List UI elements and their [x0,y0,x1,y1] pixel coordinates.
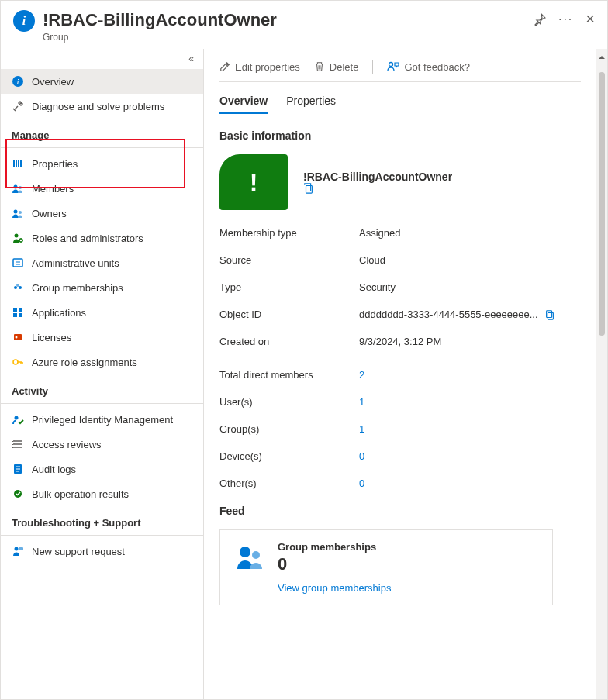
reviews-icon [12,438,24,450]
kv-key: Created on [219,336,359,347]
sidebar-item-members[interactable]: Members [1,176,203,201]
kv-key: Other(s) [219,478,359,489]
edit-properties-label: Edit properties [235,61,300,73]
sidebar-item-owners[interactable]: Owners [1,201,203,226]
people-icon [12,207,24,219]
svg-rect-13 [19,308,22,312]
sidebar-item-applications[interactable]: Applications [1,300,203,325]
svg-point-19 [15,416,19,420]
support-icon [12,545,24,557]
main: Edit properties Delete Got feedback? Ove… [204,49,607,700]
sidebar-item-label: Group memberships [32,282,123,294]
kv-value-link[interactable]: 1 [359,423,581,435]
bulk-icon [12,488,24,500]
group-tile-row: ! !RBAC-BillingAccountOwner [219,154,581,210]
scroll-thumb[interactable] [599,72,605,336]
header-actions: ··· × [534,10,595,28]
kv-type: TypeSecurity [219,281,581,293]
apps-icon [12,306,24,319]
sidebar-collapse[interactable]: « [1,52,203,69]
kv-value: 9/3/2024, 3:12 PM [359,336,581,347]
feedback-button[interactable]: Got feedback? [387,60,470,73]
info-icon: i [13,10,35,32]
sidebar-item-label: Members [32,183,74,195]
feed-card: Group memberships 0 View group membershi… [219,529,553,605]
kv-created-on: Created on9/3/2024, 3:12 PM [219,336,581,347]
basic-info-heading: Basic information [219,129,581,142]
sidebar-item-administrative-units[interactable]: Administrative units [1,250,203,275]
kv-value-link[interactable]: 0 [359,478,581,489]
toolbar: Edit properties Delete Got feedback? [219,55,581,82]
feed-card-title: Group memberships [278,541,391,553]
svg-rect-23 [19,547,23,550]
info-icon: i [12,75,24,88]
close-icon[interactable]: × [586,10,595,28]
kv-value-link[interactable]: 1 [359,396,581,408]
admin-icon [12,257,24,269]
page-subtitle: Group [43,32,534,43]
sidebar-item-new-support-request[interactable]: New support request [1,539,203,564]
sidebar-item-licenses[interactable]: Licenses [1,325,203,350]
kv-value-link[interactable]: 2 [359,369,581,381]
scrollbar[interactable] [596,49,607,700]
edit-properties-button[interactable]: Edit properties [219,61,300,73]
sidebar-item-properties[interactable]: Properties [1,151,203,176]
sidebar-item-label: Azure role assignments [32,357,137,368]
svg-point-2 [14,185,18,189]
svg-rect-8 [13,259,22,267]
key-icon [12,356,24,368]
sidebar-item-overview[interactable]: iOverview [1,69,203,94]
group-tile-icon: ! [219,154,288,210]
people-icon [12,182,24,195]
group-memberships-icon [234,541,267,574]
sidebar-item-bulk-operation-results[interactable]: Bulk operation results [1,481,203,506]
toolbar-separator [372,60,373,74]
pin-icon[interactable] [534,13,546,26]
sidebar-item-label: Privileged Identity Management [32,414,173,426]
kv-key: Group(s) [219,423,359,435]
blade-body: « iOverviewDiagnose and solve problems M… [1,49,607,700]
sidebar-item-group-memberships[interactable]: Group memberships [1,275,203,300]
person-gear-icon [12,232,24,244]
kv-total-direct-members: Total direct members2 [219,369,581,381]
svg-point-22 [15,547,19,551]
svg-point-28 [240,547,250,557]
tab-overview[interactable]: Overview [219,95,268,114]
kv-source: SourceCloud [219,254,581,266]
sidebar-item-roles-and-administrators[interactable]: Roles and administrators [1,226,203,250]
props-icon [12,157,24,170]
kv-device-s-: Device(s)0 [219,450,581,462]
sidebar-section-troubleshooting-support: Troubleshooting + Support [1,506,203,536]
svg-point-11 [16,284,19,287]
tab-properties[interactable]: Properties [286,95,336,114]
kv-value: dddddddd-3333-4444-5555-eeeeeeee... [359,309,581,320]
more-icon[interactable]: ··· [558,12,573,26]
svg-rect-25 [306,186,313,194]
kv-group-s-: Group(s)1 [219,423,581,435]
svg-point-6 [15,234,19,238]
license-icon [12,331,24,343]
sidebar-item-label: Roles and administrators [32,233,143,244]
sidebar-item-label: Properties [32,158,78,170]
feedback-label: Got feedback? [404,61,470,73]
svg-text:i: i [16,77,19,86]
sidebar-item-privileged-identity-management[interactable]: Privileged Identity Management [1,407,203,432]
svg-point-17 [16,336,18,339]
kv-value: Assigned [359,227,581,239]
kv-value-link[interactable]: 0 [359,450,581,462]
delete-button[interactable]: Delete [314,61,359,73]
svg-point-3 [19,186,22,189]
feed-card-link[interactable]: View group memberships [278,582,391,594]
sidebar-item-access-reviews[interactable]: Access reviews [1,432,203,457]
groups-icon [12,281,24,294]
tabs: OverviewProperties [219,95,581,114]
sidebar-item-azure-role-assignments[interactable]: Azure role assignments [1,350,203,374]
kv-other-s-: Other(s)0 [219,478,581,489]
svg-rect-14 [13,313,17,317]
copy-name-icon[interactable] [303,183,458,194]
svg-point-5 [19,211,22,214]
svg-point-18 [13,360,18,364]
sidebar-item-audit-logs[interactable]: Audit logs [1,457,203,481]
sidebar-item-diagnose-and-solve-problems[interactable]: Diagnose and solve problems [1,94,203,119]
copy-icon[interactable] [544,309,555,320]
